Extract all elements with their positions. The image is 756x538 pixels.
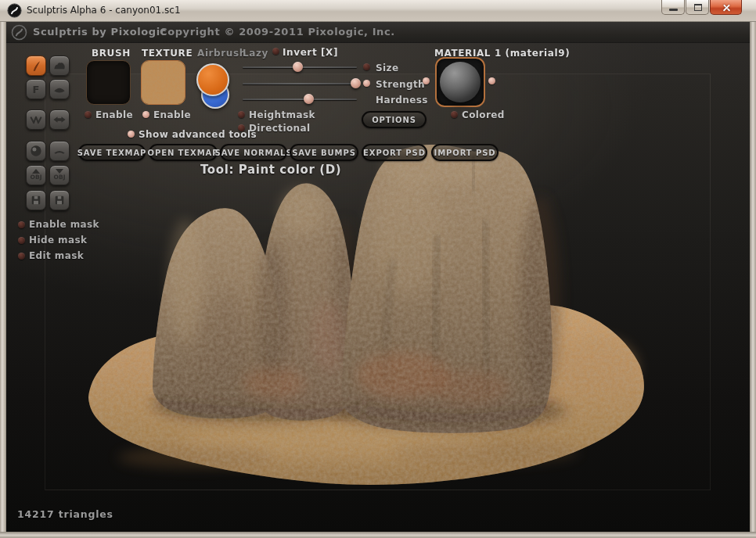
size-label: Size — [376, 63, 398, 74]
brush-preview[interactable] — [86, 60, 131, 105]
window-border-right — [750, 22, 756, 538]
tool-smooth[interactable] — [49, 79, 70, 99]
export-psd-button[interactable]: EXPORT PSD — [362, 144, 427, 161]
tool-new-sphere[interactable] — [26, 141, 46, 161]
fill-tool-label: F — [33, 84, 40, 95]
import-obj-label: OBJ — [31, 174, 42, 181]
window-border-left — [0, 22, 6, 538]
save-normals-button[interactable]: SAVE NORMALS — [220, 144, 287, 161]
import-psd-button[interactable]: IMPORT PSD — [431, 144, 499, 161]
save-bumps-button[interactable]: SAVE BUMPS — [290, 144, 358, 161]
texture-enable-toggle[interactable] — [142, 111, 149, 118]
minimize-button[interactable] — [661, 0, 685, 15]
maximize-icon — [694, 4, 702, 11]
texture-enable-label: Enable — [153, 109, 191, 120]
strength-slider-knob[interactable] — [351, 78, 361, 88]
size-slider-knob[interactable] — [293, 62, 303, 72]
brush-enable-toggle[interactable] — [85, 111, 92, 118]
hide-mask-label: Hide mask — [29, 235, 87, 246]
show-advanced-toggle[interactable] — [128, 131, 135, 138]
foreground-color-swatch[interactable] — [196, 63, 229, 96]
strength-link-toggle[interactable] — [363, 80, 370, 87]
heightmask-toggle[interactable] — [238, 111, 245, 118]
tool-flood-fill[interactable]: F — [26, 79, 46, 99]
window-border-bottom — [0, 532, 756, 538]
edit-mask-label: Edit mask — [29, 250, 84, 261]
enable-mask-toggle[interactable] — [18, 221, 25, 228]
tool-paint-brush[interactable] — [26, 56, 46, 76]
floppy-disk-open-icon — [52, 193, 67, 207]
export-obj-label: OBJ — [54, 174, 66, 181]
colored-label: Colored — [462, 109, 505, 120]
brush-section-label: BRUSH — [92, 48, 131, 59]
tool-export-obj[interactable]: OBJ — [49, 165, 70, 185]
open-texmap-button[interactable]: OPEN TEXMAP — [149, 144, 218, 161]
strength-label: Strength — [376, 79, 425, 90]
texture-preview[interactable] — [141, 60, 185, 105]
titlebar[interactable]: Sculptris Alpha 6 - canyon01.sc1 — [0, 0, 756, 22]
tool-open[interactable] — [49, 190, 70, 210]
tool-wireframe[interactable] — [26, 109, 46, 130]
tool-clay-buildup[interactable] — [49, 56, 70, 76]
hardness-label: Hardness — [376, 95, 428, 106]
paint-brush-icon — [28, 58, 44, 74]
app-window: Sculptris Alpha 6 - canyon01.sc1 Sculptr… — [0, 0, 756, 538]
clay-blob-icon — [52, 58, 67, 74]
floppy-disk-icon — [29, 193, 43, 207]
texture-thumbnail — [142, 61, 185, 104]
maximize-button[interactable] — [686, 0, 709, 15]
smooth-dish-icon — [52, 81, 67, 97]
tool-symmetry[interactable] — [49, 109, 70, 130]
invert-label: Invert [X] — [283, 47, 338, 58]
lazy-label[interactable]: Lazy — [243, 48, 268, 59]
arrow-down-icon — [56, 169, 63, 174]
tool-new-plane[interactable] — [49, 141, 70, 161]
tool-status-text: Tool: Paint color (D) — [200, 163, 341, 177]
size-link-toggle[interactable] — [363, 63, 370, 70]
material-preview[interactable] — [435, 57, 485, 107]
wireframe-icon — [28, 112, 44, 127]
material-next-button[interactable] — [488, 77, 495, 84]
close-icon — [722, 3, 731, 12]
strength-slider-track[interactable] — [243, 83, 357, 84]
window-title: Sculptris Alpha 6 - canyon01.sc1 — [27, 0, 181, 22]
triangle-count: 14217 triangles — [17, 508, 113, 520]
enable-mask-label: Enable mask — [29, 219, 99, 230]
material-sphere — [440, 62, 481, 102]
client-area: Sculptris by Pixologic Copyright © 2009-… — [6, 22, 750, 532]
save-texmap-button[interactable]: SAVE TEXMAP — [78, 144, 146, 161]
symmetry-arrows-icon — [52, 112, 67, 127]
edit-mask-toggle[interactable] — [18, 253, 25, 260]
heightmask-label: Heightmask — [249, 109, 315, 120]
hide-mask-toggle[interactable] — [18, 237, 25, 244]
hardness-slider-knob[interactable] — [304, 94, 314, 104]
show-advanced-label: Show advanced tools — [139, 129, 257, 140]
hardness-slider-track[interactable] — [243, 99, 357, 100]
brush-enable-label: Enable — [95, 109, 133, 120]
tool-import-obj[interactable]: OBJ — [26, 165, 46, 185]
directional-label: Directional — [249, 123, 311, 134]
sphere-icon — [28, 143, 44, 159]
invert-toggle[interactable] — [272, 48, 279, 55]
airbrush-label[interactable]: Airbrush — [197, 48, 247, 59]
close-button[interactable] — [710, 0, 742, 15]
texture-section-label: TEXTURE — [142, 48, 193, 59]
tool-save[interactable] — [26, 190, 46, 210]
minimize-icon — [669, 9, 678, 11]
material-prev-button[interactable] — [423, 77, 430, 84]
app-logo-icon — [7, 3, 22, 18]
colored-toggle[interactable] — [451, 111, 458, 118]
plane-icon — [52, 143, 67, 159]
options-button[interactable]: OPTIONS — [362, 111, 427, 128]
arrow-up-icon — [32, 169, 40, 174]
